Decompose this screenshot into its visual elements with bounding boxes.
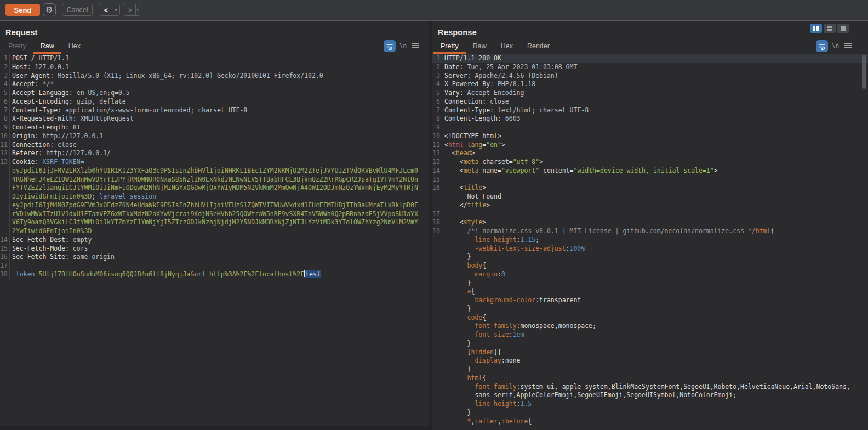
- code-token: html: [467, 374, 483, 382]
- word-wrap-icon[interactable]: [816, 40, 828, 52]
- code-token: >: [539, 158, 543, 166]
- code-line: margin:0: [432, 270, 868, 279]
- forward-button[interactable]: > ▼: [124, 4, 140, 16]
- code-token: "viewport": [501, 167, 539, 174]
- response-tab-hex[interactable]: Hex: [494, 40, 520, 54]
- line-number: [432, 253, 442, 262]
- code-line: 14Sec-Fetch-Dest: empty: [0, 236, 429, 245]
- code-line: 17: [0, 262, 429, 270]
- code-token: Sec-Fetch-Dest:: [12, 236, 69, 244]
- code-token: text/html; charset=UTF-8: [494, 106, 589, 114]
- code-token: [444, 227, 467, 235]
- code-line: 4Accept: */*: [0, 80, 429, 89]
- code-line: html{: [432, 374, 868, 383]
- code-line: 8X-Requested-With: XMLHttpRequest: [0, 115, 429, 123]
- response-menu-icon[interactable]: [844, 43, 852, 49]
- top-toolbar: Send ⚙ Cancel < ▼ > ▼: [0, 0, 868, 21]
- line-number: 3: [432, 72, 442, 81]
- code-token: {: [482, 262, 486, 269]
- response-tab-render[interactable]: Render: [520, 40, 557, 54]
- code-line: 6Accept-Encoding: gzip, deflate: [0, 98, 429, 106]
- back-arrow-icon[interactable]: <: [100, 4, 112, 15]
- line-number: [0, 184, 10, 193]
- layout-rows-button[interactable]: [824, 24, 836, 33]
- code-token: Cookie:: [12, 158, 38, 166]
- request-menu-icon[interactable]: [412, 43, 419, 49]
- code-line: 15: [432, 176, 868, 184]
- request-panel: Request Pretty Raw Hex \n 1POST / HTTP/1…: [0, 21, 429, 426]
- line-number: 18: [0, 270, 10, 279]
- code-token: http%3A%2F%2Flocalhost%2F: [209, 270, 304, 278]
- code-line: </title>: [432, 201, 868, 210]
- layout-single-button[interactable]: [837, 24, 849, 33]
- code-token: Sec-Fetch-Mode:: [12, 245, 69, 252]
- code-token: }: [444, 409, 471, 416]
- line-number: 14: [0, 236, 10, 245]
- newline-toggle-icon[interactable]: \n: [832, 42, 839, 49]
- line-number: [432, 374, 442, 383]
- code-token: Server:: [444, 72, 471, 80]
- gear-icon[interactable]: ⚙: [43, 3, 56, 16]
- line-number: [432, 314, 442, 322]
- code-token: [444, 296, 475, 304]
- code-token: [444, 357, 475, 364]
- back-button[interactable]: < ▼: [100, 4, 120, 16]
- request-editor[interactable]: 1POST / HTTP/1.12Host: 127.0.0.13User-Ag…: [0, 54, 429, 426]
- response-tab-pretty[interactable]: Pretty: [433, 40, 466, 54]
- newline-toggle-icon[interactable]: \n: [399, 42, 407, 49]
- request-tab-hex[interactable]: Hex: [61, 40, 88, 54]
- line-number: [0, 167, 10, 176]
- code-token: :: [517, 236, 521, 244]
- word-wrap-glyph: [818, 42, 826, 50]
- code-line: 2Date: Tue, 25 Apr 2023 01:03:08 GMT: [432, 63, 868, 72]
- code-line: 2YwIiwidGFnIjoiIn0%3D: [0, 227, 429, 236]
- code-line: 4X-Powered-By: PHP/8.1.18: [432, 80, 868, 89]
- line-number: [0, 176, 10, 184]
- code-token: font-size: [475, 331, 509, 338]
- code-token: [444, 417, 467, 425]
- response-editor[interactable]: 1HTTP/1.1 200 OK2Date: Tue, 25 Apr 2023 …: [432, 54, 868, 430]
- code-line: Not Found: [432, 193, 868, 201]
- word-wrap-icon[interactable]: [384, 40, 396, 52]
- line-number: [432, 262, 442, 270]
- code-token: font-family: [475, 383, 516, 391]
- forward-dropdown-icon[interactable]: ▼: [136, 4, 140, 15]
- code-line: 12Referer: http://127.0.0.1/: [0, 149, 429, 158]
- response-tabs: Pretty Raw Hex Render: [433, 40, 557, 54]
- code-token: Accept-Encoding: [464, 89, 524, 97]
- code-token: POST / HTTP/1.1: [12, 54, 69, 62]
- cancel-button[interactable]: Cancel: [62, 4, 93, 16]
- code-line: line-height:1.5: [432, 400, 868, 409]
- code-token: http://127.0.0.1: [38, 132, 103, 140]
- code-line: code{: [432, 314, 868, 322]
- code-line: 15Sec-Fetch-Mode: cors: [0, 245, 429, 253]
- code-token: [444, 374, 467, 382]
- code-token: style: [464, 218, 483, 226]
- code-token: background-color: [475, 296, 535, 304]
- layout-columns-button[interactable]: [810, 24, 822, 33]
- code-token: eyJpdiI6IjJFMVZLRXlzb0hYU1R1K1Z3YXFaQ3c9…: [12, 167, 418, 174]
- code-token: :monospace,monospace;: [517, 322, 596, 330]
- code-token: :none: [501, 357, 521, 364]
- line-number: 4: [432, 80, 442, 89]
- request-tab-pretty[interactable]: Pretty: [1, 40, 33, 54]
- response-scrollbar-thumb[interactable]: [862, 55, 866, 89]
- code-line: font-family:monospace,monospace;: [432, 322, 868, 331]
- code-token: eyJpdiI6IjM4M0ZpdG9EVmJxOFdzZ0N4eHdaWkE9…: [12, 201, 418, 209]
- code-token: 5Hlj17BfHOuSuduM06isug6QQJB4u6lf8jNyqjJa: [38, 270, 190, 278]
- request-tab-raw[interactable]: Raw: [33, 40, 61, 54]
- send-button[interactable]: Send: [5, 4, 40, 16]
- code-token: empty: [69, 236, 92, 244]
- response-tab-raw[interactable]: Raw: [466, 40, 494, 54]
- line-number: [432, 365, 442, 374]
- line-number: [432, 279, 442, 288]
- line-number: 4: [0, 80, 10, 89]
- forward-arrow-icon[interactable]: >: [124, 4, 136, 15]
- code-token: <: [444, 141, 448, 149]
- code-line: 17: [432, 210, 868, 219]
- back-dropdown-icon[interactable]: ▼: [112, 4, 119, 15]
- code-line: 18_token=5Hlj17BfHOuSuduM06isug6QQJB4u6l…: [0, 270, 429, 279]
- code-token: 1.15: [521, 236, 536, 244]
- code-token: _token: [12, 270, 35, 278]
- code-token: :: [498, 270, 501, 278]
